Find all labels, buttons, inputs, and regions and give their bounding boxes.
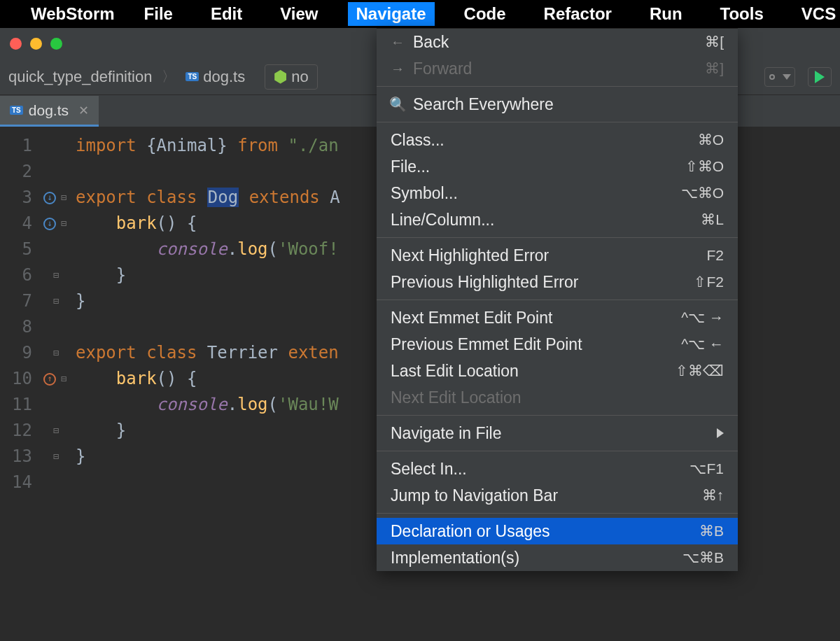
menu-shortcut: ⇧F2 bbox=[694, 274, 724, 290]
arrow-icon: → bbox=[391, 62, 405, 76]
fold-icon[interactable]: ⊟ bbox=[51, 271, 61, 281]
menu-item-search-everywhere[interactable]: 🔍Search Everywhere bbox=[377, 91, 738, 118]
menu-shortcut: ⌥⌘O bbox=[681, 185, 724, 202]
menu-separator bbox=[377, 86, 738, 87]
search-icon: 🔍 bbox=[391, 97, 405, 111]
menu-item-label: Declaration or Usages bbox=[391, 522, 550, 541]
menu-shortcut: ⌘↑ bbox=[702, 487, 724, 504]
fold-icon[interactable]: ⊟ bbox=[51, 297, 61, 307]
menu-item-last-edit-location[interactable]: Last Edit Location⇧⌘⌫ bbox=[377, 358, 738, 384]
arrow-icon: ← bbox=[391, 35, 405, 49]
menu-shortcut: ⌥⌘B bbox=[682, 549, 724, 566]
icon-gutter: ⊟⊟⊟⊟⊟⊟⊟⊟ bbox=[39, 127, 73, 641]
menu-file[interactable]: File bbox=[136, 2, 181, 26]
menu-item-previous-highlighted-error[interactable]: Previous Highlighted Error⇧F2 bbox=[377, 269, 738, 295]
submenu-arrow-icon bbox=[717, 428, 724, 438]
menu-shortcut: ^⌥ → bbox=[681, 309, 724, 326]
menu-item-label: Previous Highlighted Error bbox=[391, 273, 578, 292]
menu-refactor[interactable]: Refactor bbox=[536, 2, 620, 26]
menu-item-label: Class... bbox=[391, 131, 444, 150]
menu-item-label: Jump to Navigation Bar bbox=[391, 486, 558, 505]
menu-separator bbox=[377, 122, 738, 122]
override-up-icon[interactable] bbox=[43, 373, 56, 386]
override-down-icon[interactable] bbox=[43, 192, 56, 204]
app-name: WebStorm bbox=[31, 4, 115, 24]
menu-shortcut: ⌘B bbox=[699, 523, 724, 540]
menu-separator bbox=[377, 415, 738, 416]
menu-shortcut: ⌥F1 bbox=[690, 460, 724, 477]
menu-item-next-highlighted-error[interactable]: Next Highlighted ErrorF2 bbox=[377, 242, 738, 269]
zoom-window-icon[interactable] bbox=[50, 38, 62, 50]
editor-tab-label: dog.ts bbox=[29, 102, 69, 119]
menu-shortcut: ⌘L bbox=[701, 211, 724, 228]
menu-item-declaration-or-usages[interactable]: Declaration or Usages⌘B bbox=[377, 518, 738, 544]
menu-shortcut: ⌘O bbox=[698, 132, 724, 148]
menu-shortcut: ^⌥ ← bbox=[681, 336, 724, 353]
menu-item-label: Previous Emmet Edit Point bbox=[391, 335, 582, 354]
run-button[interactable] bbox=[808, 67, 832, 87]
menu-item-label: Select In... bbox=[391, 460, 467, 479]
navigate-menu-dropdown[interactable]: ←Back⌘[→Forward⌘]🔍Search EverywhereClass… bbox=[377, 28, 738, 571]
fold-icon[interactable]: ⊟ bbox=[51, 426, 61, 436]
menu-item-jump-to-navigation-bar[interactable]: Jump to Navigation Bar⌘↑ bbox=[377, 482, 738, 509]
run-config-selector[interactable]: ⬢ no bbox=[265, 64, 317, 90]
menu-edit[interactable]: Edit bbox=[202, 2, 251, 26]
menu-item-label: Forward bbox=[413, 59, 472, 78]
config-dropdown-button[interactable] bbox=[764, 67, 795, 87]
menu-item-label: Next Highlighted Error bbox=[391, 246, 549, 265]
breadcrumb-separator-icon: 〉 bbox=[158, 67, 180, 86]
menu-item-label: Back bbox=[413, 33, 449, 52]
menu-separator bbox=[377, 513, 738, 514]
fold-icon[interactable]: ⊟ bbox=[51, 452, 61, 462]
menu-item-label: Symbol... bbox=[391, 184, 458, 203]
menu-shortcut: F2 bbox=[706, 247, 724, 264]
chevron-down-icon bbox=[783, 74, 791, 80]
menu-item-line-column[interactable]: Line/Column...⌘L bbox=[377, 206, 738, 233]
menu-item-implementation-s[interactable]: Implementation(s)⌥⌘B bbox=[377, 544, 738, 571]
fold-icon[interactable]: ⊟ bbox=[59, 193, 69, 203]
traffic-lights[interactable] bbox=[10, 38, 62, 50]
menu-item-select-in[interactable]: Select In...⌥F1 bbox=[377, 456, 738, 482]
menu-item-label: Navigate in File bbox=[391, 424, 502, 443]
menu-item-back[interactable]: ←Back⌘[ bbox=[377, 29, 738, 55]
close-window-icon[interactable] bbox=[10, 38, 22, 50]
close-tab-icon[interactable]: ✕ bbox=[78, 103, 89, 118]
menu-item-forward: →Forward⌘] bbox=[377, 55, 738, 82]
breadcrumb-root[interactable]: quick_type_definition bbox=[8, 68, 152, 86]
fold-icon[interactable]: ⊟ bbox=[59, 219, 69, 229]
breadcrumb-file[interactable]: TS dog.ts bbox=[186, 68, 245, 86]
menu-item-previous-emmet-edit-point[interactable]: Previous Emmet Edit Point^⌥ ← bbox=[377, 331, 738, 358]
menu-vcs[interactable]: VCS bbox=[793, 2, 840, 26]
menu-navigate[interactable]: Navigate bbox=[348, 2, 435, 26]
editor-tab[interactable]: TS dog.ts ✕ bbox=[0, 96, 99, 127]
node-icon: ⬢ bbox=[274, 68, 287, 86]
ts-file-icon: TS bbox=[186, 72, 199, 81]
menu-separator bbox=[377, 451, 738, 451]
menu-shortcut: ⌘] bbox=[705, 60, 724, 77]
menu-separator bbox=[377, 300, 738, 300]
menu-item-next-emmet-edit-point[interactable]: Next Emmet Edit Point^⌥ → bbox=[377, 304, 738, 331]
menu-tools[interactable]: Tools bbox=[712, 2, 772, 26]
menu-item-label: Next Edit Location bbox=[391, 388, 522, 407]
menu-item-label: Search Everywhere bbox=[413, 95, 554, 114]
minimize-window-icon[interactable] bbox=[30, 38, 42, 50]
menu-item-label: File... bbox=[391, 157, 430, 176]
menu-view[interactable]: View bbox=[272, 2, 326, 26]
menu-shortcut: ⌘[ bbox=[705, 34, 724, 50]
menu-separator bbox=[377, 237, 738, 238]
menu-code[interactable]: Code bbox=[456, 2, 514, 26]
fold-icon[interactable]: ⊟ bbox=[51, 348, 61, 358]
menu-item-file[interactable]: File...⇧⌘O bbox=[377, 153, 738, 180]
menu-shortcut: ⇧⌘⌫ bbox=[676, 362, 724, 379]
menu-shortcut: ⇧⌘O bbox=[685, 158, 724, 175]
menu-item-class[interactable]: Class...⌘O bbox=[377, 127, 738, 153]
menu-item-symbol[interactable]: Symbol...⌥⌘O bbox=[377, 180, 738, 206]
menu-item-navigate-in-file[interactable]: Navigate in File bbox=[377, 420, 738, 446]
mac-menubar: WebStorm FileEditViewNavigateCodeRefacto… bbox=[0, 0, 840, 28]
menu-run[interactable]: Run bbox=[641, 2, 691, 26]
menu-item-label: Next Emmet Edit Point bbox=[391, 309, 552, 327]
play-icon bbox=[815, 71, 825, 83]
override-down-icon[interactable] bbox=[43, 218, 56, 230]
menu-item-label: Line/Column... bbox=[391, 211, 494, 230]
fold-icon[interactable]: ⊟ bbox=[59, 374, 69, 384]
